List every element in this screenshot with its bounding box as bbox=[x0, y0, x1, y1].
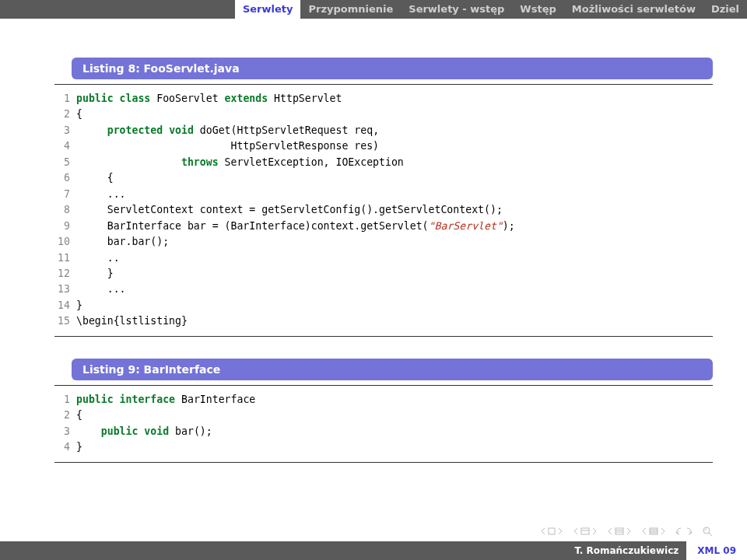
code-line: 1public interface BarInterface bbox=[54, 392, 713, 408]
code-text: { bbox=[76, 408, 82, 423]
code-text: ... bbox=[76, 187, 126, 202]
line-number: 3 bbox=[54, 424, 76, 439]
nav-back-forward-icon[interactable] bbox=[675, 526, 693, 537]
code-line: 14} bbox=[54, 298, 713, 313]
beamer-nav-icons bbox=[540, 526, 713, 537]
code-line: 13 ... bbox=[54, 282, 713, 297]
code-line: 15\begin{lstlisting} bbox=[54, 313, 713, 329]
code-line: 10 bar.bar(); bbox=[54, 234, 713, 250]
nav-prev-slide-icon[interactable] bbox=[540, 526, 563, 537]
code-text: } bbox=[76, 266, 114, 282]
line-number: 10 bbox=[54, 234, 76, 250]
code-line: 3 public void bar(); bbox=[54, 424, 713, 439]
tab-przypomnienie[interactable]: Przypomnienie bbox=[300, 0, 401, 19]
listing-9-block: Listing 9: BarInterface 1public interfac… bbox=[0, 359, 747, 463]
code-text: public class FooServlet extends HttpServ… bbox=[76, 91, 342, 107]
line-number: 5 bbox=[54, 155, 76, 170]
nav-search-icon[interactable] bbox=[702, 526, 713, 537]
line-number: 15 bbox=[54, 313, 76, 329]
line-number: 2 bbox=[54, 408, 76, 423]
tab-dziel[interactable]: Dziel bbox=[703, 0, 747, 19]
listing-9-title: Listing 9: BarInterface bbox=[72, 359, 713, 380]
code-line: 2{ bbox=[54, 107, 713, 122]
top-nav: Serwlety Przypomnienie Serwlety - wstęp … bbox=[0, 0, 747, 19]
tab-wstep[interactable]: Wstęp bbox=[512, 0, 563, 19]
code-line: 7 ... bbox=[54, 187, 713, 202]
code-line: 5 throws ServletException, IOException bbox=[54, 155, 713, 170]
code-line: 4} bbox=[54, 439, 713, 455]
line-number: 4 bbox=[54, 138, 76, 154]
tab-active[interactable]: Serwlety bbox=[235, 0, 301, 19]
svg-point-10 bbox=[703, 527, 710, 534]
line-number: 6 bbox=[54, 170, 76, 186]
nav-appendix-icon[interactable] bbox=[641, 526, 666, 537]
code-text: BarInterface bar = (BarInterface)context… bbox=[76, 219, 515, 234]
line-number: 9 bbox=[54, 219, 76, 234]
line-number: 8 bbox=[54, 202, 76, 218]
tab-serwlety-wstep[interactable]: Serwlety - wstęp bbox=[401, 0, 512, 19]
line-number: 13 bbox=[54, 282, 76, 297]
code-text: ServletContext context = getServletConfi… bbox=[76, 202, 503, 218]
code-text: \begin{lstlisting} bbox=[76, 313, 188, 329]
code-line: 4 HttpServletResponse res) bbox=[54, 138, 713, 154]
code-line: 1public class FooServlet extends HttpSer… bbox=[54, 91, 713, 107]
svg-rect-1 bbox=[581, 528, 589, 534]
svg-rect-0 bbox=[549, 528, 555, 534]
footer-bar: T. Romańczukiewicz XML 09 bbox=[0, 541, 747, 560]
line-number: 11 bbox=[54, 250, 76, 266]
code-text: .. bbox=[76, 250, 120, 266]
line-number: 1 bbox=[54, 392, 76, 408]
code-text: { bbox=[76, 170, 114, 186]
line-number: 12 bbox=[54, 266, 76, 282]
code-text: ... bbox=[76, 282, 126, 297]
code-text: } bbox=[76, 298, 82, 313]
code-line: 12 } bbox=[54, 266, 713, 282]
code-text: protected void doGet(HttpServletRequest … bbox=[76, 123, 379, 138]
code-line: 2{ bbox=[54, 408, 713, 423]
listing-8-block: Listing 8: FooServlet.java 1public class… bbox=[0, 58, 747, 337]
code-text: HttpServletResponse res) bbox=[76, 138, 379, 154]
nav-prev-section-icon[interactable] bbox=[607, 526, 632, 537]
slide-content: Listing 8: FooServlet.java 1public class… bbox=[0, 19, 747, 463]
code-text: throws ServletException, IOException bbox=[76, 155, 404, 170]
code-text: { bbox=[76, 107, 82, 122]
footer-author: T. Romańczukiewicz bbox=[0, 545, 686, 556]
line-number: 3 bbox=[54, 123, 76, 138]
code-text: public interface BarInterface bbox=[76, 392, 255, 408]
nav-prev-subsection-icon[interactable] bbox=[573, 526, 598, 537]
line-number: 4 bbox=[54, 439, 76, 455]
code-line: 6 { bbox=[54, 170, 713, 186]
code-line: 3 protected void doGet(HttpServletReques… bbox=[54, 123, 713, 138]
line-number: 14 bbox=[54, 298, 76, 313]
footer-course: XML 09 bbox=[686, 541, 747, 560]
code-text: public void bar(); bbox=[76, 424, 212, 439]
tab-mozliwosci[interactable]: Możliwości serwletów bbox=[564, 0, 703, 19]
line-number: 1 bbox=[54, 91, 76, 107]
line-number: 2 bbox=[54, 107, 76, 122]
code-text: bar.bar(); bbox=[76, 234, 169, 250]
code-line: 11 .. bbox=[54, 250, 713, 266]
svg-rect-3 bbox=[615, 528, 623, 534]
listing-9-code: 1public interface BarInterface2{3 public… bbox=[54, 385, 713, 463]
listing-8-title: Listing 8: FooServlet.java bbox=[72, 58, 713, 79]
listing-8-code: 1public class FooServlet extends HttpSer… bbox=[54, 84, 713, 337]
code-line: 8 ServletContext context = getServletCon… bbox=[54, 202, 713, 218]
code-line: 9 BarInterface bar = (BarInterface)conte… bbox=[54, 219, 713, 234]
code-text: } bbox=[76, 439, 82, 455]
svg-line-11 bbox=[709, 533, 712, 536]
line-number: 7 bbox=[54, 187, 76, 202]
